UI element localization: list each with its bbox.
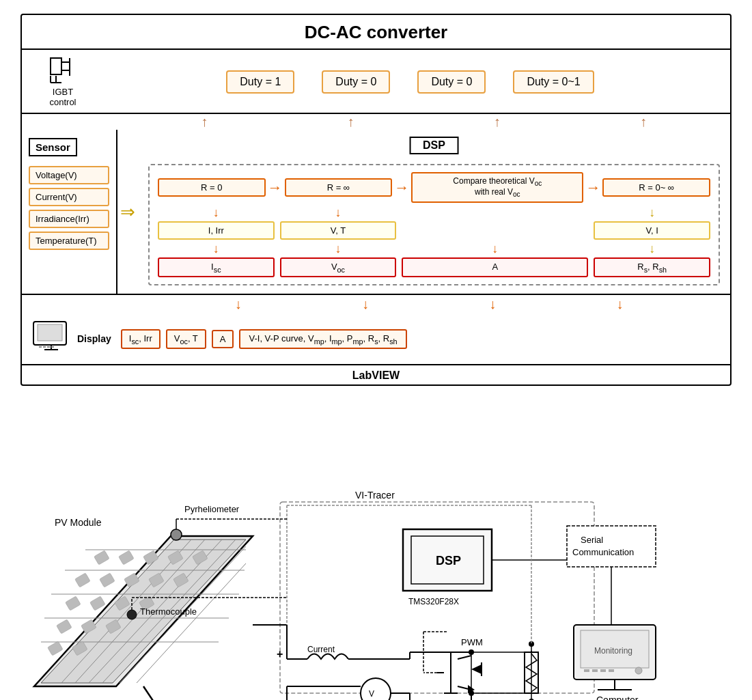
- dcac-title: DC-AC converter: [305, 22, 448, 42]
- svg-rect-8: [38, 324, 62, 341]
- sensor-items: Voltage(V) Current(V) Irradiance(Irr) Te…: [29, 166, 109, 250]
- svg-line-47: [143, 686, 157, 700]
- dsp-top-row: R = 0 → R = ∞ → Compare theoretical Vocw…: [158, 172, 710, 203]
- labview-label: LabVIEW: [352, 369, 400, 381]
- computer-label: Computer: [596, 695, 639, 700]
- dsp-arrow-down-1: ↓: [158, 206, 275, 219]
- dsp-mid-row: I, Irr V, T V, I: [158, 221, 710, 240]
- arrow-up-4: ↑: [640, 114, 647, 130]
- dsp-r0inf: R = 0~ ∞: [602, 178, 710, 197]
- bottom-svg: PV Module Pyrheliometer Thermocouple: [20, 400, 732, 700]
- svg-point-86: [361, 678, 391, 700]
- arrow-up-1: ↑: [201, 114, 208, 130]
- dcac-header: DC-AC converter: [22, 15, 730, 50]
- sensor-panel: Sensor Voltage(V) Current(V) Irradiance(…: [22, 130, 117, 294]
- dsp-compare: Compare theoretical Vocwith real Voc: [411, 172, 583, 203]
- labview-row: LabVIEW: [22, 365, 730, 384]
- svg-rect-42: [94, 550, 110, 565]
- svg-rect-13: [47, 346, 50, 348]
- svg-rect-63: [584, 669, 589, 672]
- svg-rect-58: [567, 526, 656, 567]
- up-arrows-row: ↑ ↑ ↑ ↑: [117, 114, 730, 130]
- dsp-down-arrows-1: ↓ ↓ ↓ ↓: [158, 206, 710, 219]
- serial-comm-label-2: Communication: [572, 547, 634, 557]
- svg-rect-66: [609, 669, 614, 672]
- dsp-rsrsh: Rs, Rsh: [594, 257, 710, 278]
- display-section: Display Isc, Irr Voc, T A V-I, V-P curve…: [22, 313, 730, 365]
- arrow-compare-to-r0inf: →: [585, 178, 600, 197]
- monitoring-label: Monitoring: [594, 646, 632, 656]
- dsp-r0: R = 0: [158, 178, 266, 197]
- dsp-panel: DSP R = 0 → R = ∞ → Compare theoretical …: [138, 130, 730, 294]
- dsp-rinf: R = ∞: [285, 178, 393, 197]
- diagram-section: DC-AC converter IGBT control D: [20, 14, 732, 386]
- svg-rect-65: [600, 669, 606, 672]
- dsp-bot-row: Isc Voc A Rs, Rsh: [158, 257, 710, 278]
- sensor-voltage: Voltage(V): [29, 166, 109, 184]
- dsp-isc: Isc: [158, 257, 275, 278]
- thermocouple-label: Thermocouple: [140, 606, 197, 617]
- dsp-arrow-down2-3: ↓: [402, 242, 588, 255]
- svg-point-67: [635, 667, 642, 674]
- svg-rect-14: [51, 346, 54, 348]
- disp-arrow-2: ↓: [362, 296, 369, 312]
- svg-rect-37: [75, 573, 91, 587]
- converter-group: Converter: [423, 649, 482, 700]
- disp-arrow-3: ↓: [489, 296, 496, 312]
- disp-arrow-4: ↓: [616, 296, 623, 312]
- pyrheliometer-group: Pyrheliometer: [171, 504, 240, 540]
- svg-rect-30: [57, 619, 72, 634]
- svg-line-71: [458, 656, 471, 659]
- dsp-voc: Voc: [280, 257, 397, 278]
- monitor-icon: [32, 320, 70, 357]
- svg-rect-34: [90, 596, 106, 611]
- display-label: Display: [77, 333, 111, 344]
- svg-point-52: [127, 610, 137, 619]
- arrow-r0-to-rinf: →: [268, 178, 283, 197]
- vi-tracer-label: VI-Tracer: [355, 490, 395, 501]
- arrow-rinf-to-compare: →: [394, 178, 409, 197]
- dsp-box-group: DSP TMS320F28X: [403, 529, 492, 606]
- bottom-diagram: PV Module Pyrheliometer Thermocouple: [20, 400, 732, 700]
- display-boxes: Isc, Irr Voc, T A V-I, V-P curve, Vmp, I…: [121, 329, 407, 350]
- display-box-voc: Voc, T: [166, 329, 206, 350]
- duty-box-2: Duty = 0: [322, 70, 390, 94]
- plus-label: +: [277, 648, 283, 660]
- dsp-a: A: [402, 257, 588, 278]
- svg-rect-28: [48, 641, 64, 656]
- serial-comm-group: Serial Communication: [567, 526, 656, 567]
- dsp-arrow-down-2: ↓: [280, 206, 397, 219]
- display-box-wide: V-I, V-P curve, Vmp, Imp, Pmp, Rs, Rsh: [239, 329, 406, 350]
- display-box-a: A: [212, 330, 234, 348]
- duty-box-4: Duty = 0~1: [513, 70, 594, 94]
- voltage-text: V: [369, 689, 374, 699]
- serial-comm-label-1: Serial: [581, 535, 603, 545]
- arrow-up-3: ↑: [494, 114, 501, 130]
- duty-row: IGBT control Duty = 1 Duty = 0 Duty = 0 …: [22, 50, 730, 114]
- pyrheliometer-label: Pyrheliometer: [184, 504, 240, 514]
- svg-point-49: [171, 529, 182, 540]
- dsp-center-label: DSP: [436, 554, 461, 568]
- duty-box-1: Duty = 1: [226, 70, 294, 94]
- svg-rect-64: [592, 669, 598, 672]
- svg-rect-0: [51, 58, 61, 74]
- dsp-model-label: TMS320F28X: [408, 597, 459, 606]
- monitor-svg: [32, 320, 70, 354]
- dsp-vt: V, T: [280, 221, 397, 240]
- svg-rect-38: [100, 573, 115, 587]
- dsp-title: DSP: [409, 137, 459, 154]
- disp-arrow-1: ↓: [235, 296, 242, 312]
- pv-module-label: PV Module: [55, 517, 102, 528]
- sensor-title: Sensor: [29, 138, 77, 156]
- sensor-to-dsp-arrow: ⇒: [117, 130, 138, 294]
- main-container: DC-AC converter IGBT control D: [0, 0, 752, 700]
- dsp-arrow-down2-2: ↓: [280, 242, 397, 255]
- dsp-vi: V, I: [594, 221, 710, 240]
- dsp-arrow-down2-4: ↓: [594, 242, 710, 255]
- display-down-arrows: ↓ ↓ ↓ ↓: [69, 295, 684, 313]
- svg-marker-76: [471, 664, 482, 674]
- dsp-arrow-down2-1: ↓: [158, 242, 275, 255]
- svg-rect-43: [119, 550, 135, 565]
- resistor-group: [525, 641, 538, 700]
- svg-rect-33: [66, 596, 81, 611]
